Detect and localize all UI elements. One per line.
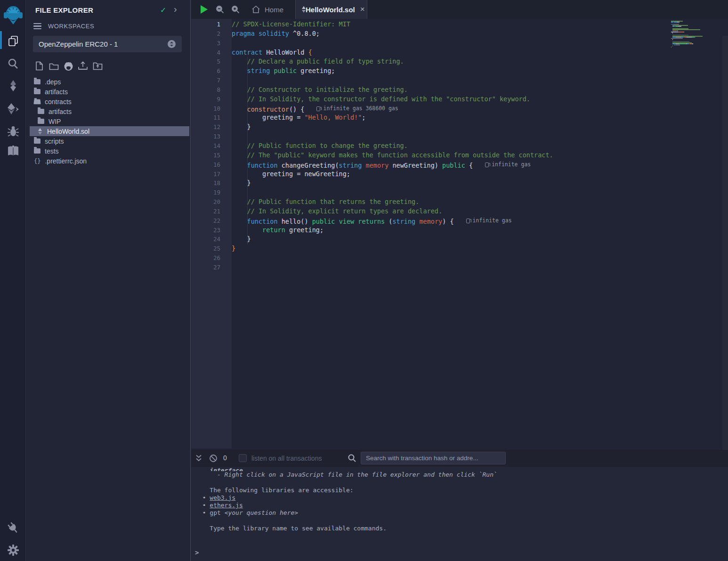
line-number: 1	[191, 20, 232, 29]
code-line: }	[232, 235, 728, 244]
line-number: 18	[191, 179, 232, 188]
gas-estimate-widget[interactable]: infinite gas 368600 gas	[316, 104, 398, 114]
panel-expand-chevron-icon[interactable]: ›	[174, 4, 177, 15]
listen-transactions-checkbox[interactable]	[239, 454, 247, 462]
tree-item-helloworld-sol[interactable]: HelloWorld.sol	[30, 126, 189, 136]
code-content[interactable]: // SPDX-License-Identifier: MITpragma so…	[232, 19, 728, 448]
tree-item-artifacts[interactable]: artifacts	[26, 87, 190, 97]
line-number: 8	[191, 85, 232, 95]
code-line: function hello() public view returns (st…	[232, 216, 728, 226]
workspace-name: OpenZeppelin ERC20 - 1	[39, 40, 167, 48]
terminal-prompt[interactable]: >	[195, 549, 199, 556]
scrollbar-gutter[interactable]	[722, 36, 728, 450]
tree-item-contracts[interactable]: contracts	[26, 97, 190, 106]
folder-icon	[38, 109, 44, 114]
upload-folder-icon[interactable]	[92, 61, 103, 71]
upload-file-icon[interactable]	[78, 61, 88, 71]
code-line	[232, 132, 728, 141]
terminal-line: interface	[195, 467, 724, 471]
line-number: 17	[191, 170, 232, 179]
code-line: return greeting;	[232, 226, 728, 235]
terminal-link[interactable]: interface	[210, 467, 243, 471]
tree-item-label: scripts	[45, 138, 64, 145]
new-file-icon[interactable]	[34, 61, 44, 71]
line-number: 22	[191, 216, 232, 226]
tree-item-wip[interactable]: WIP	[26, 116, 190, 126]
line-number: 12	[191, 122, 232, 132]
solidity-compiler-icon[interactable]	[0, 79, 26, 92]
folder-icon	[34, 79, 40, 84]
terminal-link[interactable]: web3.js	[210, 494, 235, 501]
tree-item--deps[interactable]: .deps	[26, 77, 190, 87]
debugger-icon[interactable]	[0, 125, 26, 138]
zoom-out-icon[interactable]	[216, 5, 224, 14]
search-icon[interactable]	[0, 57, 26, 70]
workspaces-menu-icon[interactable]	[33, 23, 41, 29]
deploy-run-icon[interactable]	[0, 102, 26, 115]
code-line: // In Solidity, the constructor is defin…	[232, 95, 728, 104]
gas-estimate-widget[interactable]: infinite gas	[466, 216, 512, 226]
settings-gear-icon[interactable]	[0, 544, 26, 556]
line-number: 7	[191, 76, 232, 85]
minimap[interactable]	[671, 21, 721, 50]
plugin-manager-icon[interactable]	[0, 521, 26, 535]
terminal-link[interactable]: ethers.js	[210, 502, 243, 509]
panel-check-icon: ✓	[160, 6, 166, 15]
line-number: 11	[191, 113, 232, 122]
folder-icon	[38, 119, 44, 124]
line-number: 23	[191, 226, 232, 235]
tree-item-label: .deps	[45, 78, 61, 86]
line-number: 10	[191, 104, 232, 114]
file-tree: .depsartifactscontractsartifactsWIPHello…	[26, 77, 190, 166]
gas-pump-icon	[485, 163, 489, 167]
solidity-file-icon	[38, 128, 43, 135]
terminal-collapse-icon[interactable]	[195, 454, 202, 462]
line-number: 2	[191, 29, 232, 39]
line-number: 13	[191, 132, 232, 141]
line-number: 16	[191, 160, 232, 170]
tree-item-label: contracts	[45, 98, 72, 106]
code-line: pragma solidity ^0.8.0;	[232, 29, 728, 39]
tree-item-artifacts[interactable]: artifacts	[26, 106, 190, 116]
tab-helloworld-sol[interactable]: HelloWorld.sol ×	[295, 0, 367, 19]
run-script-button[interactable]	[200, 5, 208, 14]
github-clone-icon[interactable]	[63, 61, 73, 71]
transaction-count-badge: 0	[223, 454, 227, 462]
tree-item-label: artifacts	[49, 108, 72, 115]
tab-close-icon[interactable]: ×	[360, 5, 365, 14]
line-number: 25	[191, 244, 232, 253]
terminal-line: The following libraries are accessible:	[195, 487, 724, 494]
tree-item-tests[interactable]: tests	[26, 146, 190, 156]
editor-region: Home HelloWorld.sol × 123456789101112131…	[191, 0, 728, 450]
editor-tabbar: Home HelloWorld.sol ×	[191, 0, 728, 19]
terminal-line: • web3.js	[195, 494, 724, 502]
workspace-select[interactable]: OpenZeppelin ERC20 - 1	[33, 36, 182, 52]
line-number: 27	[191, 263, 232, 272]
clear-console-icon[interactable]	[209, 454, 218, 463]
json-file-icon: {}	[34, 158, 40, 164]
code-line: constructor() {infinite gas 368600 gas	[232, 104, 728, 114]
file-explorer-toolbar	[34, 61, 103, 71]
gas-estimate-widget[interactable]: infinite gas	[485, 160, 531, 170]
file-explorer-icon[interactable]	[0, 35, 26, 47]
terminal-panel: 0 listen on all transactions interface -…	[191, 450, 728, 561]
terminal-output: interface - Right click on a JavaScript …	[195, 467, 724, 547]
code-editor[interactable]: 1234567891011121314151617181920212223242…	[191, 19, 728, 450]
workspaces-label: WORKSPACES	[48, 23, 94, 30]
terminal-search-input[interactable]	[361, 452, 506, 464]
code-line	[232, 39, 728, 48]
tab-home[interactable]: Home	[244, 0, 291, 19]
code-line: // In Solidity, explicit return types ar…	[232, 207, 728, 216]
gas-pump-icon	[316, 106, 320, 111]
zoom-in-icon[interactable]	[231, 5, 240, 14]
workspace-stepper-icon[interactable]	[167, 40, 176, 49]
tree-item--prettierrc-json[interactable]: {}.prettierrc.json	[26, 156, 190, 166]
tree-item-scripts[interactable]: scripts	[26, 136, 190, 146]
line-number: 9	[191, 95, 232, 104]
new-folder-icon[interactable]	[49, 61, 59, 71]
unit-testing-book-icon[interactable]	[0, 145, 26, 157]
tab-label: HelloWorld.sol	[306, 6, 355, 14]
remix-logo-icon[interactable]	[0, 4, 26, 25]
code-line: // Constructor to initialize the greetin…	[232, 85, 728, 95]
folder-icon	[34, 89, 40, 94]
